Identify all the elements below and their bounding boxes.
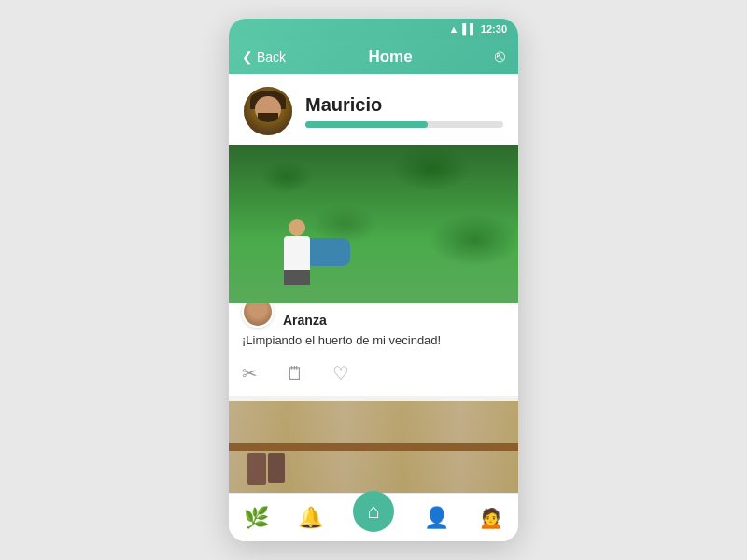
bell-icon: 🔔 bbox=[298, 506, 323, 530]
community-icon: 👤 bbox=[424, 506, 449, 530]
home-icon: ⌂ bbox=[367, 499, 379, 524]
wifi-icon: ▲ bbox=[448, 23, 458, 35]
product-2 bbox=[268, 453, 285, 483]
nav-item-leaf[interactable]: 🌿 bbox=[244, 506, 269, 530]
card-text-aranza: ¡Limpiando el huerto de mi vecindad! bbox=[229, 331, 518, 357]
note-action-button[interactable]: 🗒 bbox=[286, 363, 304, 385]
product-1 bbox=[247, 453, 266, 485]
profile-name: Mauricio bbox=[305, 94, 503, 116]
garden-leaves bbox=[229, 145, 518, 303]
avatar-beard bbox=[258, 113, 278, 122]
profile-section: Mauricio bbox=[229, 74, 518, 145]
back-button[interactable]: ❮ Back bbox=[242, 49, 286, 64]
nav-item-home[interactable]: ⌂ bbox=[353, 504, 394, 532]
leaf-icon: 🌿 bbox=[244, 506, 269, 530]
nav-item-community[interactable]: 👤 bbox=[424, 506, 449, 530]
status-icons: ▲ ▌▌ 12:30 bbox=[448, 23, 507, 35]
profile-icon: 🙍 bbox=[478, 506, 503, 530]
back-label: Back bbox=[257, 49, 286, 64]
profile-info: Mauricio bbox=[305, 94, 503, 128]
card-store: ORBAR ORBAR Julia bbox=[229, 401, 518, 493]
nav-item-bell[interactable]: 🔔 bbox=[298, 506, 323, 530]
chevron-left-icon: ❮ bbox=[242, 49, 253, 64]
home-circle: ⌂ bbox=[353, 491, 394, 532]
feed: Aranza ¡Limpiando el huerto de mi vecind… bbox=[229, 145, 518, 493]
status-bar: ▲ ▌▌ 12:30 bbox=[229, 19, 518, 39]
bottom-nav: 🌿 🔔 ⌂ 👤 🙍 bbox=[229, 493, 518, 541]
signal-icon: ▌▌ bbox=[462, 23, 477, 35]
card-garden: Aranza ¡Limpiando el huerto de mi vecind… bbox=[229, 145, 518, 396]
avatar bbox=[244, 87, 292, 135]
shelf-1 bbox=[229, 443, 518, 451]
avatar-image bbox=[244, 87, 292, 135]
progress-bar bbox=[305, 121, 503, 128]
store-scene: ORBAR ORBAR bbox=[229, 401, 518, 493]
nav-bar: ❮ Back Home ⎋ bbox=[229, 39, 518, 74]
progress-fill bbox=[305, 121, 428, 128]
heart-action-button[interactable]: ♡ bbox=[332, 362, 349, 385]
person1 bbox=[280, 219, 314, 275]
nav-item-profile[interactable]: 🙍 bbox=[478, 506, 503, 530]
time-display: 12:30 bbox=[481, 23, 507, 35]
page-title: Home bbox=[368, 48, 412, 66]
card-garden-image bbox=[229, 145, 518, 303]
compose-icon[interactable]: ⎋ bbox=[495, 47, 505, 66]
garden-scene bbox=[229, 145, 518, 303]
clip-action-button[interactable]: ✂ bbox=[242, 362, 258, 385]
card-username-aranza: Aranza bbox=[283, 313, 327, 328]
card-garden-meta: Aranza bbox=[229, 303, 518, 331]
card-actions: ✂ 🗒 ♡ bbox=[229, 357, 518, 396]
card-store-image: ORBAR ORBAR bbox=[229, 401, 518, 493]
phone-frame: ▲ ▌▌ 12:30 ❮ Back Home ⎋ Mauricio bbox=[229, 19, 518, 541]
